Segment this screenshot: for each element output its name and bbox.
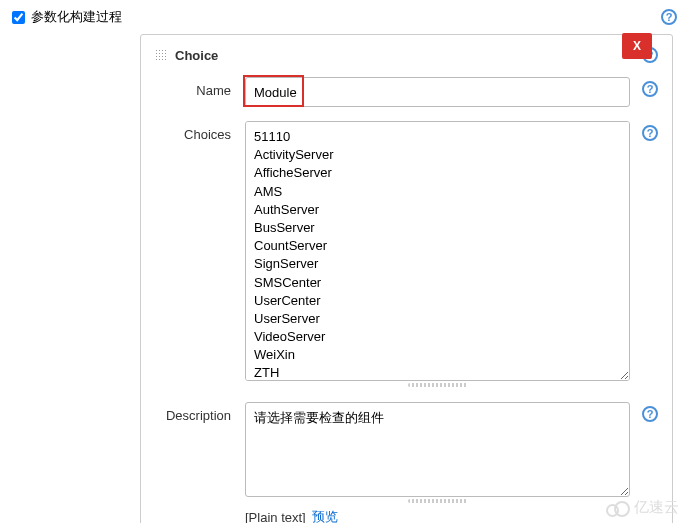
description-label: Description <box>155 402 245 423</box>
close-button[interactable]: X <box>622 33 652 59</box>
param-build-label: 参数化构建过程 <box>31 8 122 26</box>
help-icon[interactable]: ? <box>661 9 677 25</box>
choices-label: Choices <box>155 121 245 142</box>
name-label: Name <box>155 77 245 98</box>
resize-grip-icon[interactable] <box>245 382 630 388</box>
param-build-checkbox[interactable] <box>12 11 25 24</box>
name-input[interactable] <box>245 77 630 107</box>
preview-link[interactable]: 预览 <box>312 508 338 523</box>
panel-title: Choice <box>155 48 218 63</box>
help-icon[interactable]: ? <box>642 125 658 141</box>
resize-grip-icon[interactable] <box>245 498 630 504</box>
param-build-checkbox-row[interactable]: 参数化构建过程 <box>12 8 122 26</box>
description-textarea[interactable] <box>245 402 630 497</box>
choice-panel: X Choice ? Name ? Choices ? Description <box>140 34 673 523</box>
choices-textarea[interactable] <box>245 121 630 381</box>
help-icon[interactable]: ? <box>642 81 658 97</box>
drag-handle-icon[interactable] <box>155 49 167 61</box>
plaintext-label: [Plain text] <box>245 510 306 524</box>
help-icon[interactable]: ? <box>642 406 658 422</box>
